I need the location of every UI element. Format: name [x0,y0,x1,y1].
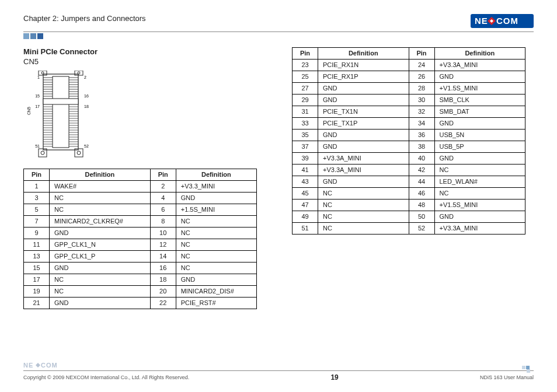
pin-cell: 52 [409,223,434,235]
pin-cell: 37 [293,141,318,153]
table-row: 1WAKE#2+V3.3_MINI [24,181,257,192]
pin-cell: 29 [293,94,318,106]
pin-cell: 13 [24,251,50,262]
pin-cell: 33 [293,118,318,130]
definition-cell: NC [176,251,256,262]
definition-cell: NC [434,188,525,200]
section-title: Mini PCIe Connector [23,47,257,56]
pin-cell: 43 [293,176,318,188]
svg-text:2: 2 [84,75,86,79]
svg-point-11 [41,151,44,155]
pin-cell: 6 [150,204,176,216]
definition-cell: GND [434,71,525,83]
pin-cell: 2 [150,181,176,192]
definition-cell: NC [434,164,525,176]
square-icon [23,33,29,39]
svg-text:COM: COM [496,16,518,26]
definition-cell: NC [50,192,151,204]
table-row: 31PCIE_TX1N32SMB_DAT [293,106,525,118]
table-row: 19NC20MINICARD2_DIS# [24,286,257,298]
svg-text:NE: NE [475,16,488,26]
svg-text:NE: NE [23,362,33,369]
chapter-title: Chapter 2: Jumpers and Connectors [23,14,146,23]
pin-cell: 47 [293,200,318,211]
col-def: Definition [176,169,256,181]
col-def: Definition [318,48,409,60]
definition-cell: GND [176,274,256,286]
definition-cell: PCIE_RX1P [318,71,409,83]
definition-cell: NC [176,216,256,228]
content-area: Mini PCIe Connector CN5 [23,47,534,309]
definition-cell: SMB_CLK [434,94,525,106]
table-row: 37GND38USB_5P [293,141,525,153]
table-header-row: Pin Definition Pin Definition [293,48,525,60]
pin-cell: 45 [293,188,318,200]
nexcom-logo-small: NE COM [23,361,64,369]
pin-cell: 41 [293,164,318,176]
pin-cell: 31 [293,106,318,118]
pin-cell: 32 [409,106,434,118]
svg-text:51: 51 [35,144,40,148]
definition-cell: +1.5S_MINI [176,204,256,216]
pin-cell: 19 [24,286,50,298]
connector-diagram: 2 1 15 16 17 18 51 52 CN5 [26,71,257,160]
svg-text:1: 1 [37,75,40,79]
svg-rect-8 [75,71,83,75]
pin-cell: 49 [293,211,318,223]
pin-cell: 26 [409,71,434,83]
svg-text:52: 52 [84,144,89,148]
pin-table-1: Pin Definition Pin Definition 1WAKE#2+V3… [23,169,257,309]
pin-cell: 15 [24,262,50,274]
pin-cell: 40 [409,153,434,164]
definition-cell: MINICARD2_DIS# [176,286,256,298]
definition-cell: NC [176,239,256,251]
nexcom-logo: NE COM [471,14,534,28]
table-row: 49NC50GND [293,211,525,223]
table-row: 25PCIE_RX1P26GND [293,71,525,83]
table-row: 45NC46NC [293,188,525,200]
table-row: 43GND44LED_WLAN# [293,176,525,188]
left-column: Mini PCIe Connector CN5 [23,47,257,309]
definition-cell: GND [318,94,409,106]
pin-table-2: Pin Definition Pin Definition 23PCIE_RX1… [292,47,525,235]
definition-cell: GND [176,192,256,204]
col-pin: Pin [24,169,50,181]
col-pin: Pin [409,48,434,60]
square-icon [37,33,43,39]
table-row: 29GND30SMB_CLK [293,94,525,106]
definition-cell: +V1.5S_MINI [434,200,525,211]
pin-cell: 5 [24,204,50,216]
pin-cell: 27 [293,83,318,94]
svg-text:17: 17 [35,104,40,108]
pin-cell: 30 [409,94,434,106]
definition-cell: USB_5N [434,130,525,141]
pin-cell: 35 [293,130,318,141]
table-row: 3NC4GND [24,192,257,204]
definition-cell: GPP_CLK1_N [50,239,151,251]
definition-cell: GND [318,141,409,153]
table-row: 33PCIE_TX1P34GND [293,118,525,130]
definition-cell: +V3.3A_MINI [434,60,525,71]
definition-cell: WAKE# [50,181,151,192]
pin-cell: 16 [150,262,176,274]
table-header-row: Pin Definition Pin Definition [24,169,257,181]
svg-text:15: 15 [35,94,40,98]
definition-cell: +V3.3_MINI [176,181,256,192]
definition-cell: PCIE_RST# [176,298,256,309]
pin-cell: 18 [150,274,176,286]
pin-cell: 8 [150,216,176,228]
pin-cell: 25 [293,71,318,83]
definition-cell: GND [318,176,409,188]
pin-cell: 7 [24,216,50,228]
definition-cell: MINICARD2_CLKREQ# [50,216,151,228]
svg-text:18: 18 [84,104,89,108]
square-icon [522,366,525,369]
pin-cell: 48 [409,200,434,211]
col-def: Definition [434,48,525,60]
svg-point-7 [41,72,44,74]
definition-cell: PCIE_TX1P [318,118,409,130]
pin-cell: 24 [409,60,434,71]
pin-cell: 36 [409,130,434,141]
pin-cell: 17 [24,274,50,286]
pin-cell: 23 [293,60,318,71]
